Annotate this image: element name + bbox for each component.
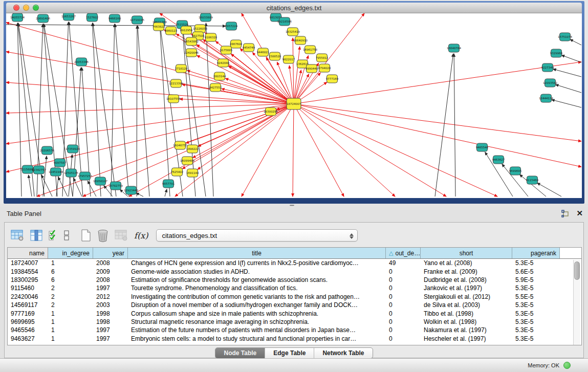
graph-edge[interactable] (537, 183, 561, 196)
graph-node-label: 1588520 (269, 55, 281, 58)
graph-edge[interactable] (454, 54, 455, 196)
graph-edge[interactable] (6, 23, 294, 104)
tab-network-table[interactable]: Network Table (314, 348, 372, 358)
graph-edge[interactable] (570, 39, 581, 45)
graph-node-label: 7625402 (171, 170, 184, 173)
table-settings-button[interactable] (11, 228, 24, 243)
graph-edge[interactable] (6, 25, 226, 26)
select-all-button[interactable] (49, 228, 58, 243)
scrollbar-thumb[interactable] (574, 261, 580, 280)
graph-node-label: 7515526 (176, 23, 189, 26)
delete-table-button[interactable] (97, 228, 108, 243)
graph-edge[interactable] (136, 193, 143, 196)
graph-edge[interactable] (294, 104, 497, 196)
select-column-button[interactable] (30, 228, 42, 243)
graph-edge[interactable] (294, 13, 364, 104)
graph-edge[interactable] (294, 104, 581, 167)
graph-node-label: 9827508 (192, 34, 205, 37)
tab-edge-table[interactable]: Edge Table (265, 348, 314, 358)
table-row[interactable]: 969969511998Structural magnetic resonanc… (8, 318, 581, 326)
graph-edge[interactable] (115, 24, 129, 196)
table-cell: 0 (386, 310, 421, 317)
graph-edge[interactable] (556, 84, 581, 93)
graph-edge[interactable] (294, 104, 446, 196)
graph-edge[interactable] (293, 38, 294, 104)
column-header-name[interactable]: name (8, 248, 48, 258)
function-builder-button[interactable]: f(x) (134, 228, 148, 243)
graph-edge[interactable] (29, 175, 32, 196)
graph-node-label: 16648784 (447, 47, 461, 50)
graph-node-label: 10653267 (61, 15, 76, 18)
table-row[interactable]: 1872400712008Changes of HCN gene express… (8, 259, 581, 267)
table-panel-title: Table Panel (7, 210, 41, 217)
float-panel-icon[interactable] (561, 210, 569, 217)
network-canvas[interactable]: 1405572420691406106532671527602946616010… (6, 13, 582, 198)
graph-edge[interactable] (553, 69, 581, 77)
tab-node-table[interactable]: Node Table (215, 348, 265, 358)
new-table-button[interactable] (81, 228, 91, 243)
graph-node-label: 12923448 (124, 189, 138, 192)
graph-edge[interactable] (293, 104, 294, 196)
graph-edge[interactable] (294, 104, 581, 141)
window-title: citations_edges.txt (6, 3, 582, 13)
graph-edge[interactable] (138, 26, 149, 196)
graph-node-label: 2718120 (175, 67, 188, 70)
table-row[interactable]: 946362711997Embryonic stem cells: a mode… (8, 335, 581, 343)
table-row[interactable]: 1938455462009Genome-wide association stu… (8, 267, 581, 275)
zoom-window-icon[interactable] (33, 5, 39, 11)
import-table-button[interactable] (115, 228, 128, 243)
table-cell: Yano et al. (2008) (421, 259, 512, 267)
table-cell: Genome-wide association studies in ADHD. (128, 268, 386, 275)
graph-edge[interactable] (43, 156, 47, 196)
graph-node-label: 9097587 (54, 161, 67, 164)
window-titlebar[interactable]: citations_edges.txt (6, 3, 582, 13)
table-row[interactable]: 946554611997Estimation of the future num… (8, 326, 581, 334)
column-header-year[interactable]: year (93, 248, 128, 258)
column-header-in-degree[interactable]: in_degree (48, 248, 93, 258)
graph-node-label: 2803144 (213, 75, 226, 78)
table-cell: 2012 (93, 293, 128, 300)
graph-edge[interactable] (294, 104, 344, 196)
graph-edge[interactable] (137, 26, 137, 196)
table-vertical-scrollbar[interactable] (573, 260, 580, 345)
graph-edge[interactable] (165, 189, 167, 196)
table-row[interactable]: 1830029562008Estimation of significance … (8, 276, 581, 284)
table-cell: 0 (386, 318, 421, 325)
graph-node-label: 8912956 (180, 29, 193, 32)
graph-edge[interactable] (561, 55, 581, 62)
graph-node-label: 9227349 (541, 66, 554, 69)
network-view-window[interactable]: citations_edges.txt 14055724206914061065… (4, 1, 584, 204)
table-cell: 18724007 (8, 259, 48, 267)
graph-edge[interactable] (294, 104, 395, 196)
table-cell: Structural magnetic resonance image aver… (128, 318, 386, 325)
graph-edge[interactable] (552, 100, 581, 107)
graph-edge[interactable] (198, 104, 294, 146)
table-row[interactable]: 977716911998Corpus callosum shape and si… (8, 309, 581, 317)
graph-edge[interactable] (182, 104, 294, 169)
memory-ok-icon[interactable] (563, 362, 571, 369)
table-cell: 9699695 (8, 318, 48, 325)
graph-node-label: 12342757 (32, 168, 46, 171)
graph-node-label: 8454749 (243, 46, 255, 49)
graph-edge[interactable] (6, 82, 294, 104)
table-select-dropdown[interactable]: citations_edges.txt (156, 229, 358, 242)
close-panel-icon[interactable]: ✕ (576, 209, 583, 217)
column-header-title[interactable]: title (128, 248, 386, 258)
table-row[interactable]: 2242004622012Investigating the contribut… (8, 293, 581, 301)
graph-node-label: 16961758 (303, 48, 317, 51)
column-header-pagerank[interactable]: pagerank (512, 248, 560, 258)
column-header-short[interactable]: short (421, 248, 512, 258)
table-cell: 2 (48, 301, 93, 309)
column-header-out-degree[interactable]: △ out_de… (386, 248, 421, 258)
table-cell: Nakamura et al. (1997) (421, 326, 512, 334)
graph-edge[interactable] (6, 104, 294, 113)
minimize-window-icon[interactable] (23, 5, 29, 11)
graph-node-label: 20691406 (36, 17, 50, 20)
table-row[interactable]: 1456911722003Disruption of a novel membe… (8, 301, 581, 309)
toggle-rows-button[interactable] (64, 228, 70, 243)
splitter-grip-icon[interactable] (290, 205, 294, 206)
table-row[interactable]: 911546021997Tourette syndrome. Phenomeno… (8, 284, 581, 292)
graph-edge[interactable] (294, 62, 581, 104)
graph-edge[interactable] (160, 28, 170, 196)
close-window-icon[interactable] (13, 5, 19, 11)
